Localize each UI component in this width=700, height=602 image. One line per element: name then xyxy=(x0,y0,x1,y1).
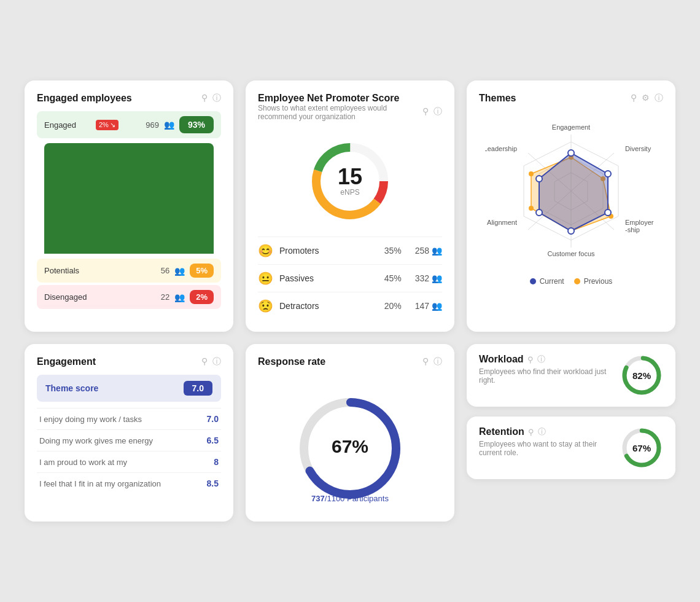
promoters-row: 😊 Promoters 35% 258 👥 xyxy=(258,237,442,264)
pin-icon[interactable]: ⚲ xyxy=(631,93,637,104)
theme-score-value: 7.0 xyxy=(184,381,212,396)
current-dot xyxy=(530,278,536,284)
potentials-row: Potentials 56 👥 5% xyxy=(37,259,221,283)
person-icon: 👥 xyxy=(432,246,442,256)
info-icon[interactable]: ⓘ xyxy=(655,93,663,104)
engagement-item: I am proud to work at my 8 xyxy=(37,451,221,472)
pin-icon[interactable]: ⚲ xyxy=(422,106,429,117)
retention-subtitle: Employees who want to stay at their curr… xyxy=(479,440,620,457)
svg-point-24 xyxy=(568,228,574,234)
engagement-items: I enjoy doing my work / tasks 7.0 Doing … xyxy=(37,408,221,494)
info-icon[interactable]: ⓘ xyxy=(434,356,442,367)
engagement-item: Doing my work gives me energy 6.5 xyxy=(37,429,221,451)
engagement-item-label: I enjoy doing my work / tasks xyxy=(39,415,142,424)
response-header: Response rate ⚲ ⓘ xyxy=(258,356,442,367)
card-title: Engaged employees xyxy=(37,93,132,104)
response-pct: 67% xyxy=(332,436,368,456)
svg-text:Leadership: Leadership xyxy=(485,145,517,152)
potentials-pct: 5% xyxy=(190,264,214,278)
workload-card: Workload ⚲ ⓘ Employees who find their wo… xyxy=(467,344,675,407)
svg-point-25 xyxy=(536,209,542,216)
response-title: Response rate xyxy=(258,356,325,367)
engagement-title: Engagement xyxy=(37,356,96,367)
radar-legend: Current Previous xyxy=(479,277,663,286)
workload-title-row: Workload ⚲ ⓘ xyxy=(479,354,620,365)
workload-subtitle: Employees who find their workload just r… xyxy=(479,367,620,385)
pin-icon[interactable]: ⚲ xyxy=(527,355,534,364)
legend-current: Current xyxy=(530,277,564,286)
disengaged-row: Disengaged 22 👥 2% xyxy=(37,285,221,309)
enps-card: Employee Net Promoter Score Shows to wha… xyxy=(246,80,454,332)
engagement-item-label: Doing my work gives me energy xyxy=(39,436,153,445)
detractors-pct: 20% xyxy=(384,301,409,311)
engagement-item: I feel that I fit in at my organization … xyxy=(37,472,221,494)
enps-donut: 15 eNPS xyxy=(307,138,393,224)
engagement-item-value: 8.5 xyxy=(207,479,219,488)
workload-circle: 82% xyxy=(620,354,663,397)
promoters-label: Promoters xyxy=(279,246,378,256)
radar-svg: Engagement Diversity Employer -ship Cust… xyxy=(485,111,657,271)
response-rate-card: Response rate ⚲ ⓘ 67% 737/1100 Participa… xyxy=(246,344,454,522)
passives-label: Passives xyxy=(279,273,378,283)
disengaged-pct: 2% xyxy=(190,290,214,304)
passives-emoji: 😐 xyxy=(258,271,273,286)
enps-score: 15 xyxy=(338,166,362,188)
workload-value: 82% xyxy=(632,370,651,381)
person-icon: 👥 xyxy=(174,266,185,276)
retention-value: 67% xyxy=(632,443,651,453)
engagement-item: I enjoy doing my work / tasks 7.0 xyxy=(37,408,221,429)
response-center: 67% xyxy=(332,436,368,457)
engagement-header: Engagement ⚲ ⓘ xyxy=(37,356,221,367)
response-actions: ⚲ ⓘ xyxy=(422,356,442,367)
svg-point-22 xyxy=(605,171,611,177)
engaged-pct: 93% xyxy=(179,116,214,133)
engagement-item-label: I feel that I fit in at my organization xyxy=(39,479,161,488)
pin-icon[interactable]: ⚲ xyxy=(201,93,208,104)
workload-header: Workload ⚲ ⓘ Employees who find their wo… xyxy=(479,354,663,397)
engaged-bar xyxy=(44,143,214,254)
potentials-label: Potentials xyxy=(44,266,93,275)
info-icon[interactable]: ⓘ xyxy=(212,356,221,367)
detractors-row: 😟 Detractors 20% 147 👥 xyxy=(258,292,442,319)
promoters-emoji: 😊 xyxy=(258,243,273,258)
promoters-count: 258 👥 xyxy=(415,246,442,256)
info-icon[interactable]: ⓘ xyxy=(434,106,442,117)
passives-row: 😐 Passives 45% 332 👥 xyxy=(258,264,442,292)
engagement-actions: ⚲ ⓘ xyxy=(201,356,221,367)
pin-icon[interactable]: ⚲ xyxy=(201,356,208,367)
gear-icon[interactable]: ⚙ xyxy=(642,93,650,104)
small-rows: Potentials 56 👥 5% Disengaged 22 👥 2% xyxy=(37,259,221,309)
radar-chart: Engagement Diversity Employer -ship Cust… xyxy=(479,111,663,271)
themes-header: Themes ⚲ ⚙ ⓘ xyxy=(479,93,663,104)
trend-icon: ↘ xyxy=(110,121,115,129)
card-header: Engaged employees ⚲ ⓘ xyxy=(37,93,221,104)
previous-dot xyxy=(574,278,580,284)
engagement-card: Engagement ⚲ ⓘ Theme score 7.0 I enjoy d… xyxy=(25,344,233,522)
engagement-item-value: 6.5 xyxy=(207,436,219,445)
enps-header: Employee Net Promoter Score Shows to wha… xyxy=(258,93,442,131)
right-col: Workload ⚲ ⓘ Employees who find their wo… xyxy=(467,344,675,522)
info-icon[interactable]: ⓘ xyxy=(212,93,221,104)
pin-icon[interactable]: ⚲ xyxy=(528,428,534,437)
svg-text:Employer: Employer xyxy=(625,219,654,226)
disengaged-label: Disengaged xyxy=(44,292,93,302)
passives-count: 332 👥 xyxy=(415,273,442,283)
svg-point-21 xyxy=(568,150,574,156)
enps-breakdown: 😊 Promoters 35% 258 👥 😐 Passives 45% 332… xyxy=(258,237,442,319)
svg-point-19 xyxy=(529,171,534,176)
passives-pct: 45% xyxy=(384,273,409,283)
enps-label: eNPS xyxy=(338,188,362,197)
themes-actions: ⚲ ⚙ ⓘ xyxy=(631,93,663,104)
pin-icon[interactable]: ⚲ xyxy=(422,356,429,367)
info-icon[interactable]: ⓘ xyxy=(538,426,546,437)
retention-card: Retention ⚲ ⓘ Employees who want to stay… xyxy=(467,416,675,479)
card-actions: ⚲ ⓘ xyxy=(201,93,221,104)
themes-title: Themes xyxy=(479,93,516,104)
participants-text: 737/1100 Participants xyxy=(311,494,389,503)
engagement-item-value: 7.0 xyxy=(207,414,219,424)
engaged-count: 969 👥 xyxy=(146,120,174,130)
workload-title: Workload xyxy=(479,354,524,365)
detractors-label: Detractors xyxy=(279,301,378,311)
person-icon: 👥 xyxy=(174,292,185,302)
info-icon[interactable]: ⓘ xyxy=(537,354,545,365)
